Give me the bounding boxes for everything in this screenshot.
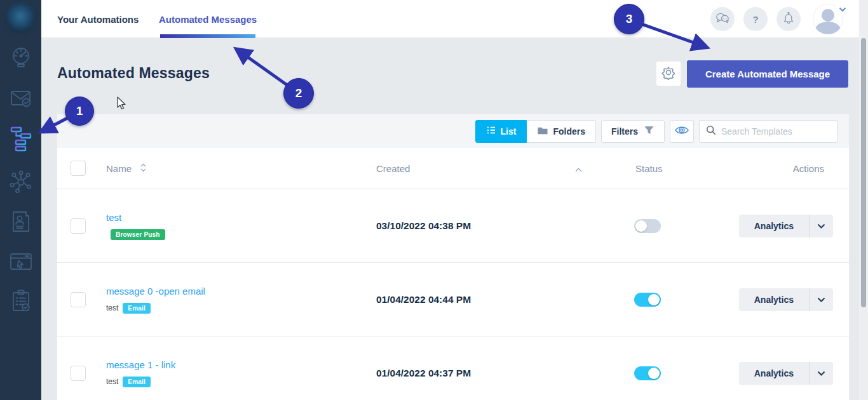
column-header-created[interactable]: Created: [376, 163, 604, 174]
chat-icon: [714, 11, 731, 28]
chevron-down-icon[interactable]: [809, 215, 833, 237]
automation-flow-icon: [10, 125, 32, 154]
table-row: message 0 -open email test Email 01/04/2…: [57, 263, 849, 337]
chevron-down-icon[interactable]: [836, 3, 850, 17]
chat-button[interactable]: [710, 7, 735, 31]
filters-label: Filters: [611, 126, 638, 137]
status-toggle[interactable]: [634, 219, 661, 233]
filters-button[interactable]: Filters: [601, 120, 665, 143]
sidebar-item-social[interactable]: [0, 168, 41, 198]
funnel-icon: [644, 125, 654, 138]
browser-cursor-icon: [9, 250, 33, 276]
topbar: Your Automations Automated Messages ?: [41, 0, 868, 38]
table-row: message 1 - link test Email 01/04/2022 0…: [57, 337, 849, 400]
user-menu[interactable]: [813, 4, 843, 34]
message-name-link[interactable]: message 0 -open email: [106, 286, 205, 297]
name-cell: test Browser Push: [106, 212, 376, 240]
name-cell: message 1 - link test Email: [106, 359, 376, 387]
sort-asc-icon: [575, 163, 582, 174]
folders-view-button[interactable]: Folders: [527, 120, 596, 143]
mouse-cursor: [116, 97, 126, 113]
question-mark-icon: ?: [752, 14, 758, 25]
table-header: Name Created Status Actions: [57, 148, 849, 189]
clipboard-check-icon: [9, 288, 33, 317]
search-icon: [706, 125, 716, 138]
column-header-name[interactable]: Name: [106, 163, 376, 174]
sidebar: [0, 0, 41, 400]
notifications-button[interactable]: [776, 7, 801, 31]
create-automated-message-button[interactable]: Create Automated Message: [687, 60, 848, 88]
network-icon: [9, 169, 33, 197]
analytics-button[interactable]: Analytics: [739, 288, 833, 311]
actions-cell: Analytics: [739, 215, 849, 237]
folders-label: Folders: [553, 126, 585, 137]
folder-icon: [537, 126, 548, 137]
content-panel: List Folders Filters: [57, 114, 849, 400]
list-icon: [486, 125, 496, 137]
row-checkbox[interactable]: [71, 366, 86, 381]
sidebar-item-landing-pages[interactable]: [0, 248, 41, 278]
sidebar-item-forms[interactable]: [0, 287, 41, 317]
message-name-link[interactable]: message 1 - link: [106, 359, 175, 370]
message-name-link[interactable]: test: [106, 212, 121, 223]
channel-badge: Browser Push: [111, 229, 165, 240]
sidebar-item-dashboard[interactable]: [0, 43, 41, 74]
status-cell: [604, 219, 715, 233]
list-view-button[interactable]: List: [475, 120, 527, 143]
column-header-actions: Actions: [793, 163, 849, 174]
email-check-icon: [9, 87, 33, 112]
page-title: Automated Messages: [57, 65, 210, 82]
status-toggle[interactable]: [634, 293, 661, 307]
row-checkbox[interactable]: [71, 292, 86, 307]
table-toolbar: List Folders Filters: [57, 114, 849, 148]
contact-card-icon: [10, 209, 32, 237]
tab-label: Automated Messages: [159, 14, 257, 25]
name-cell: message 0 -open email test Email: [106, 286, 376, 314]
eye-icon: [674, 124, 689, 138]
chevron-down-icon[interactable]: [809, 288, 833, 311]
actions-cell: Analytics: [739, 288, 849, 311]
status-cell: [604, 366, 715, 380]
view-switcher: List Folders: [475, 120, 596, 143]
tab-label: Your Automations: [57, 14, 139, 25]
analytics-button[interactable]: Analytics: [739, 215, 833, 237]
gear-icon: [661, 65, 676, 83]
bell-icon: [782, 11, 796, 28]
status-cell: [604, 293, 715, 307]
sort-both-icon: [140, 163, 146, 174]
app-logo[interactable]: [5, 3, 36, 33]
created-cell: 03/10/2022 04:38 PM: [376, 220, 604, 232]
analytics-button[interactable]: Analytics: [739, 362, 833, 385]
sidebar-item-automations[interactable]: [0, 124, 41, 155]
select-all-checkbox[interactable]: [71, 161, 86, 176]
tab-automated-messages[interactable]: Automated Messages: [159, 0, 257, 38]
created-cell: 01/04/2022 04:44 PM: [376, 294, 604, 305]
list-label: List: [501, 126, 517, 137]
active-tab-underline: [160, 34, 255, 38]
channel-badge: Email: [123, 377, 151, 387]
help-button[interactable]: ?: [743, 7, 768, 31]
scrollbar-thumb[interactable]: [861, 38, 866, 307]
preview-button[interactable]: [670, 120, 694, 143]
tab-your-automations[interactable]: Your Automations: [57, 0, 139, 38]
table-row: test Browser Push 03/10/2022 04:38 PM An…: [57, 189, 849, 263]
chevron-down-icon[interactable]: [809, 362, 833, 385]
actions-cell: Analytics: [739, 362, 849, 385]
status-toggle[interactable]: [634, 366, 661, 380]
search-templates-input[interactable]: [721, 126, 831, 137]
search-box: [699, 120, 837, 143]
gauge-icon: [10, 46, 32, 71]
row-checkbox[interactable]: [71, 218, 86, 234]
created-cell: 01/04/2022 04:37 PM: [376, 368, 604, 379]
sidebar-item-contacts[interactable]: [0, 208, 41, 238]
channel-badge: Email: [123, 303, 151, 314]
column-header-status: Status: [604, 163, 715, 174]
annotation-step-2: 2: [283, 78, 314, 109]
scrollbar-track: [859, 0, 868, 400]
sidebar-item-campaigns[interactable]: [0, 84, 41, 115]
settings-button[interactable]: [656, 62, 681, 86]
